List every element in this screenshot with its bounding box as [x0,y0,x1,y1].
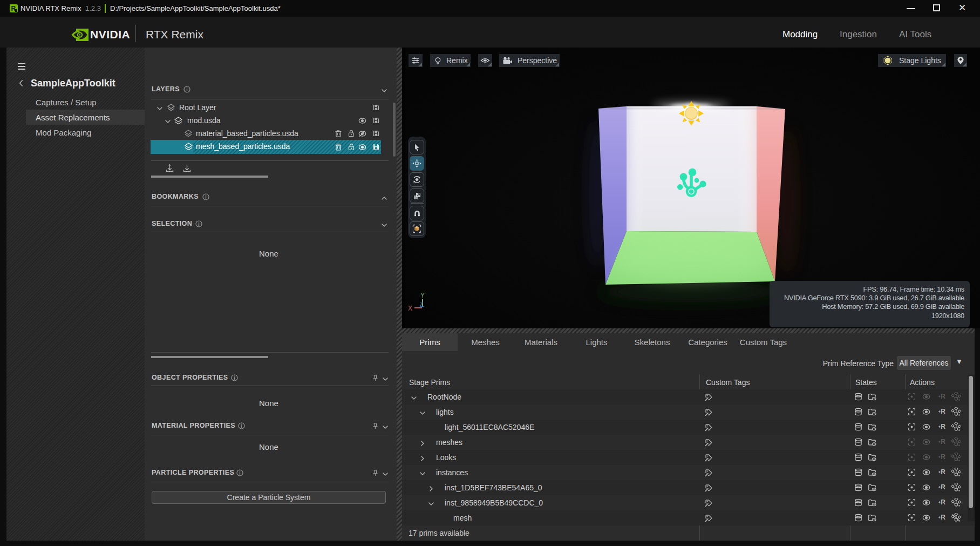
svg-text:R: R [941,483,945,491]
svg-text:R: R [941,514,945,521]
svg-text:R: R [941,453,945,461]
svg-text:Y: Y [420,292,425,299]
svg-text:R: R [941,438,945,446]
svg-text:R: R [941,408,945,415]
svg-text:R: R [941,498,945,506]
svg-text:X: X [408,305,412,312]
svg-text:R: R [941,423,945,430]
svg-text:R: R [941,393,945,400]
svg-text:R: R [941,468,945,476]
